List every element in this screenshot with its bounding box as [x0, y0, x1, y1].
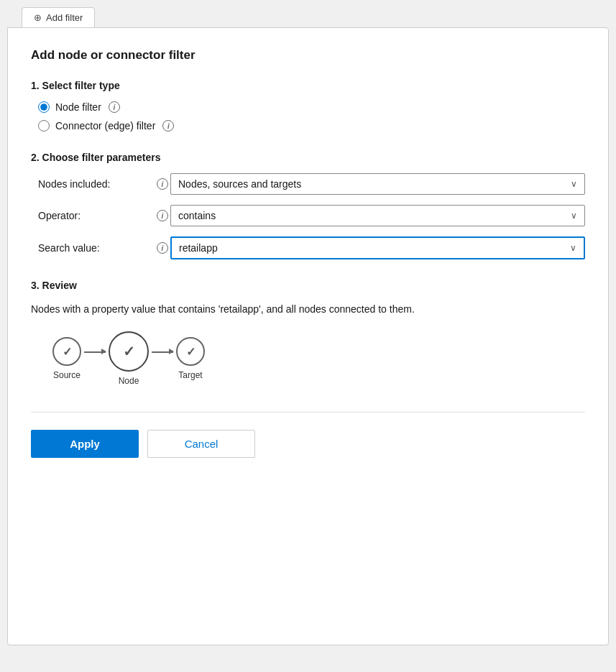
center-node-item: ✓ Node	[109, 331, 149, 386]
section-filter-type: 1. Select filter type Node filter i Conn…	[31, 80, 585, 132]
nodes-included-info-icon[interactable]: i	[157, 178, 168, 190]
search-value-label: Search value:	[38, 242, 153, 254]
node-to-target-arrow	[149, 351, 176, 353]
filter-panel: Add node or connector filter 1. Select f…	[7, 27, 609, 645]
target-check-icon: ✓	[186, 345, 196, 359]
radio-connector-filter-input[interactable]	[38, 120, 50, 132]
source-to-node-arrow	[81, 351, 109, 353]
divider	[31, 412, 585, 413]
arrow-line-2	[152, 351, 173, 353]
section-filter-params: 2. Choose filter parameters Nodes includ…	[31, 152, 585, 259]
operator-label: Operator:	[38, 210, 153, 221]
operator-dropdown[interactable]: contains ∨	[170, 205, 585, 226]
center-node-label: Node	[119, 376, 139, 386]
search-value-chevron-icon: ∨	[570, 243, 576, 253]
node-filter-info-icon[interactable]: i	[109, 101, 120, 113]
source-check-icon: ✓	[63, 345, 72, 359]
source-node-circle: ✓	[52, 337, 81, 366]
nodes-included-dropdown[interactable]: Nodes, sources and targets ∨	[170, 173, 585, 195]
search-value-info: i	[153, 242, 170, 254]
source-node-label: Source	[53, 370, 81, 380]
operator-chevron-icon: ∨	[571, 211, 577, 221]
search-value-value: retailapp	[179, 242, 564, 254]
nodes-included-chevron-icon: ∨	[571, 179, 577, 189]
apply-button[interactable]: Apply	[31, 430, 139, 458]
tab-label: Add filter	[46, 12, 83, 23]
radio-node-filter[interactable]: Node filter i	[38, 101, 585, 113]
arrow-line-1	[84, 351, 106, 353]
operator-value: contains	[178, 210, 565, 221]
search-value-dropdown[interactable]: retailapp ∨	[170, 236, 585, 259]
button-row: Apply Cancel	[31, 430, 585, 458]
target-node-circle: ✓	[176, 337, 205, 366]
filter-type-radio-group: Node filter i Connector (edge) filter i	[38, 101, 585, 132]
operator-info: i	[153, 210, 170, 221]
nodes-included-value: Nodes, sources and targets	[178, 178, 565, 190]
radio-connector-filter-label: Connector (edge) filter	[55, 120, 155, 132]
nodes-included-label: Nodes included:	[38, 178, 153, 190]
filter-icon: ⊕	[34, 12, 42, 23]
section-review: 3. Review Nodes with a property value th…	[31, 280, 585, 386]
add-filter-tab[interactable]: ⊕ Add filter	[22, 7, 95, 27]
radio-connector-filter[interactable]: Connector (edge) filter i	[38, 120, 585, 132]
source-node-item: ✓ Source	[52, 337, 81, 380]
search-value-info-icon[interactable]: i	[157, 242, 168, 254]
cancel-button[interactable]: Cancel	[147, 430, 255, 458]
center-check-icon: ✓	[123, 343, 135, 360]
connector-filter-info-icon[interactable]: i	[162, 120, 174, 132]
node-diagram: ✓ Source ✓ Node	[52, 331, 585, 386]
center-node-circle: ✓	[109, 331, 149, 372]
outer-container: ⊕ Add filter Add node or connector filte…	[7, 7, 609, 645]
radio-node-filter-label: Node filter	[55, 101, 101, 113]
target-node-item: ✓ Target	[176, 337, 205, 380]
filter-params-grid: Nodes included: i Nodes, sources and tar…	[38, 173, 585, 259]
nodes-included-info: i	[153, 178, 170, 190]
target-node-label: Target	[178, 370, 202, 380]
operator-info-icon[interactable]: i	[157, 210, 168, 221]
section2-heading: 2. Choose filter parameters	[31, 152, 585, 163]
panel-title: Add node or connector filter	[31, 48, 585, 63]
section3-heading: 3. Review	[31, 280, 585, 291]
review-text: Nodes with a property value that contain…	[31, 301, 585, 317]
section1-heading: 1. Select filter type	[31, 80, 585, 91]
radio-node-filter-input[interactable]	[38, 101, 50, 113]
